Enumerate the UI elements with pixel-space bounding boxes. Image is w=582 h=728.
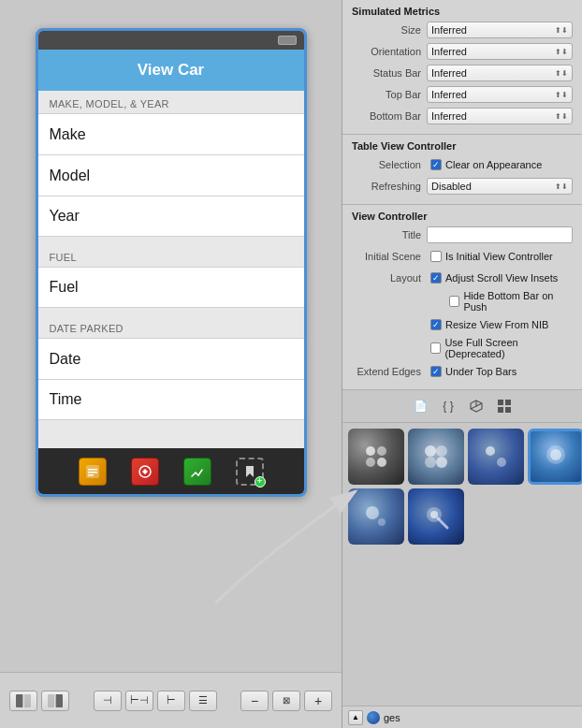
extend-edges-checkbox[interactable]: ✓ [430,366,442,377]
hide-bottom-bar-checkbox-row: Hide Bottom Bar on Push [371,290,573,313]
orientation-label: Orientation [352,46,427,57]
expand-button[interactable]: ⊢⊣ [125,691,153,711]
icon-thumb-2[interactable] [408,429,464,485]
size-select[interactable]: Inferred ⬆⬇ [427,22,573,38]
svg-point-17 [377,446,386,456]
status-bar-label: Status Bar [352,67,427,79]
layout-adjust-scroll-label: Adjust Scroll View Insets [445,272,558,284]
extend-edges-row: Extend Edges ✓ Under Top Bars [352,362,573,381]
svg-rect-1 [88,469,97,471]
svg-rect-15 [505,407,511,413]
view-controller-title: View Controller [352,211,573,222]
zoom-in-button[interactable]: + [304,691,332,711]
top-bar-label: Top Bar [352,89,427,100]
svg-point-28 [366,506,379,519]
simulated-metrics-title: Simulated Metrics [352,6,573,17]
svg-point-24 [486,446,495,456]
icon-thumb-6[interactable] [408,488,464,545]
icon-thumb-3[interactable] [468,429,524,485]
svg-point-22 [425,457,436,468]
vc-title-input[interactable] [427,226,573,243]
resize-view-checkbox-row: ✓ Resize View From NIB [352,319,548,330]
list-button[interactable]: ☰ [189,691,217,711]
tab-icon-3[interactable] [183,458,211,486]
phone-frame: View Car MAKE, MODEL, & YEAR Make Model … [36,28,307,497]
table-row[interactable]: Date [38,338,304,379]
initial-scene-checkbox[interactable] [430,251,442,262]
svg-point-20 [425,445,436,457]
tab-icon-2[interactable] [131,458,159,486]
selection-label: Selection [352,159,427,170]
table-row[interactable]: Fuel [38,267,304,308]
indent-right-button[interactable]: ⊢ [157,691,185,711]
picker-tab-braces[interactable]: { } [438,396,458,416]
hide-bottom-bar-label: Hide Bottom Bar on Push [463,290,573,313]
zoom-out-button[interactable]: − [240,691,269,711]
selection-checkbox[interactable]: ✓ [430,159,442,170]
toolbar-group-1 [9,691,69,711]
icon-thumb-1[interactable] [348,429,404,485]
extend-edges-value: Under Top Bars [445,366,517,377]
zoom-fit-button[interactable]: ⊠ [272,691,300,711]
table-view-controller-title: Table View Controller [352,140,573,152]
table-row[interactable]: Make [38,113,304,154]
initial-scene-label: Initial Scene [352,251,427,262]
bottom-bar-select[interactable]: Inferred ⬆⬇ [427,108,573,124]
section-header-2: FUEL [38,244,304,267]
table-row[interactable]: Model [38,154,304,196]
bottom-status-bar: ▲ ges [342,706,582,728]
status-expand-button[interactable]: ▲ [348,710,363,725]
full-screen-checkbox[interactable] [430,342,441,354]
initial-scene-checkbox-label: Is Initial View Controller [445,251,553,262]
layout-row: Layout ✓ Adjust Scroll View Insets [352,269,573,287]
indent-left-button[interactable]: ⊣ [94,691,122,711]
svg-rect-14 [498,407,503,413]
bottom-bar-label: Bottom Bar [352,110,427,122]
top-bar-select[interactable]: Inferred ⬆⬇ [427,86,573,103]
full-screen-label: Use Full Screen (Deprecated) [444,337,573,359]
icon-grid [342,423,582,550]
picker-tab-document[interactable]: 📄 [410,396,430,416]
align-right-button[interactable] [41,691,69,711]
phone-title: View Car [138,61,205,80]
icon-thumb-4[interactable] [528,429,582,485]
icon-thumb-5[interactable] [348,488,404,545]
selection-row: Selection ✓ Clear on Appearance [352,155,573,174]
layout-adjust-scroll-row: ✓ Adjust Scroll View Insets [427,272,558,284]
section-header-1: MAKE, MODEL, & YEAR [38,91,304,113]
resize-view-checkbox[interactable]: ✓ [430,319,442,330]
resize-view-row: ✓ Resize View From NIB [352,315,573,334]
svg-rect-13 [505,400,511,405]
right-panel: Simulated Metrics Size Inferred ⬆⬇ Orien… [342,0,582,728]
tab-icon-1[interactable] [79,458,107,486]
toolbar-group-2: ⊣ ⊢⊣ ⊢ ☰ [94,691,217,711]
table-view-controller-section: Table View Controller Selection ✓ Clear … [342,135,582,205]
picker-tab-grid[interactable] [494,396,515,416]
selection-checkbox-label: Clear on Appearance [445,159,542,170]
phone-status-bar [38,31,304,50]
table-section-2: FUEL Fuel [38,244,304,308]
vc-title-row: Title [352,226,573,244]
svg-point-29 [378,518,386,526]
orientation-select[interactable]: Inferred ⬆⬇ [427,43,573,60]
tab-icon-4[interactable]: + [236,458,264,486]
top-bar-row: Top Bar Inferred ⬆⬇ [352,85,573,104]
table-row[interactable]: Time [38,379,304,420]
table-row[interactable]: Year [38,196,304,237]
table-section-1: MAKE, MODEL, & YEAR Make Model Year [38,91,304,237]
initial-scene-row: Initial Scene Is Initial View Controller [352,247,573,266]
hide-bottom-bar-checkbox[interactable] [449,296,459,307]
align-left-button[interactable] [9,691,37,711]
refreshing-select[interactable]: Disabled ⬆⬇ [427,178,573,195]
layout-label: Layout [352,272,427,284]
status-bar-row: Status Bar Inferred ⬆⬇ [352,64,573,82]
status-bar-select[interactable]: Inferred ⬆⬇ [427,65,573,81]
layout-adjust-scroll-checkbox[interactable]: ✓ [430,272,442,284]
picker-tab-cube[interactable] [466,396,487,416]
svg-rect-6 [16,694,23,707]
initial-scene-checkbox-row: Is Initial View Controller [427,251,553,262]
bottom-bar-row: Bottom Bar Inferred ⬆⬇ [352,107,573,125]
svg-rect-7 [23,694,31,707]
selection-checkbox-row: ✓ Clear on Appearance [427,159,542,170]
table-section-3: DATE PARKED Date Time [38,315,304,420]
